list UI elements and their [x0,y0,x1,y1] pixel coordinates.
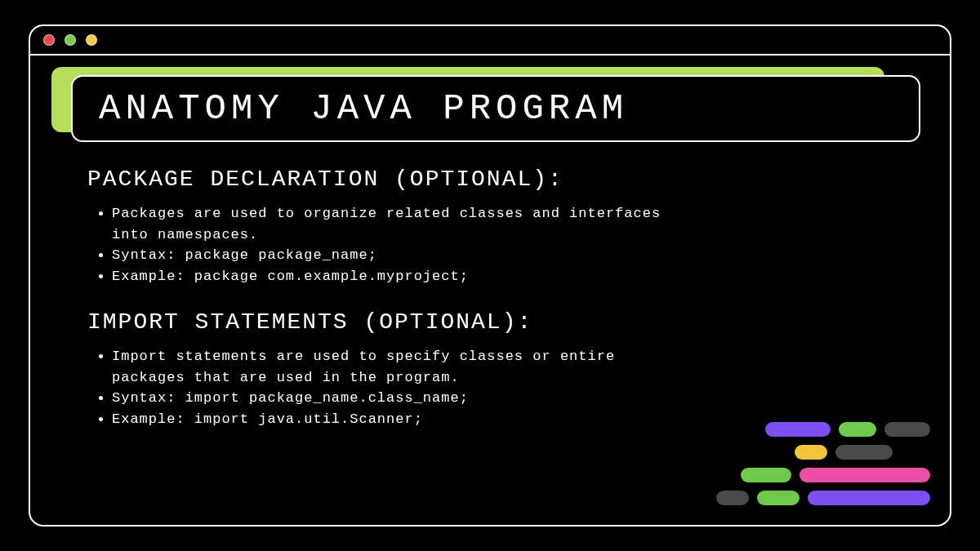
code-pill [795,445,827,460]
titlebar [30,26,950,56]
list-item: Import statements are used to specify cl… [112,346,675,388]
content-area: PACKAGE DECLARATION (OPTIONAL): Packages… [30,142,950,429]
code-pill [839,422,876,437]
list-item: Syntax: package package_name; [112,245,675,266]
maximize-icon [86,34,97,46]
code-row [716,491,930,505]
close-icon [43,34,55,46]
code-pill [765,422,831,437]
code-pill [757,491,800,505]
code-pill [741,468,791,482]
bullet-list-package: Packages are used to organize related cl… [87,203,675,287]
code-row [765,422,930,437]
list-item: Packages are used to organize related cl… [112,203,675,245]
page-title: ANATOMY JAVA PROGRAM [99,88,893,129]
section-heading-package: PACKAGE DECLARATION (OPTIONAL): [87,167,950,192]
code-pill [808,491,930,505]
bullet-list-import: Import statements are used to specify cl… [87,346,675,429]
decorative-code-blocks [716,422,930,505]
code-row [741,468,930,482]
title-block: ANATOMY JAVA PROGRAM [71,75,920,142]
title-box: ANATOMY JAVA PROGRAM [71,75,920,142]
section-heading-import: IMPORT STATEMENTS (OPTIONAL): [87,309,950,335]
list-item: Syntax: import package_name.class_name; [112,388,675,409]
list-item: Example: package com.example.myproject; [112,266,675,287]
code-pill [884,422,930,437]
code-pill [716,491,749,505]
minimize-icon [65,34,76,46]
code-row [795,445,930,460]
code-pill [835,445,893,460]
window-frame: ANATOMY JAVA PROGRAM PACKAGE DECLARATION… [29,24,951,527]
list-item: Example: import java.util.Scanner; [112,409,675,430]
code-pill [800,468,930,482]
